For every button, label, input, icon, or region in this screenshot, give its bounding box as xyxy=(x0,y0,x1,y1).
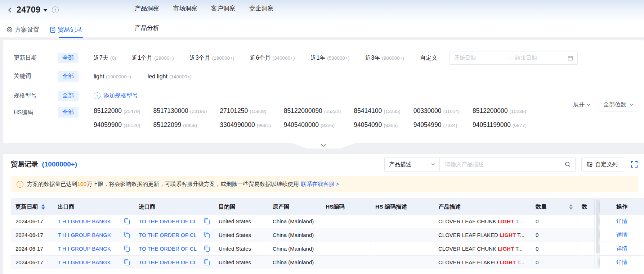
date-option[interactable]: 近1年(530000+) xyxy=(310,54,349,62)
desc-keyword-highlight: LIGHT xyxy=(500,232,516,238)
date-option[interactable]: 近6个月(340000+) xyxy=(250,54,295,62)
copy-icon[interactable] xyxy=(204,218,210,224)
desc-text: T... xyxy=(516,232,524,238)
start-date-placeholder: 开始日期 xyxy=(454,55,476,61)
col-header-product-desc: 产品描述 xyxy=(434,199,531,215)
hs-code-option[interactable]: 8512200000(10238) xyxy=(473,107,527,115)
desc-text: T... xyxy=(516,259,524,265)
date-option-custom[interactable]: 自定义 xyxy=(420,54,437,62)
subnav-product-analysis[interactable]: 产品分析 xyxy=(135,24,159,32)
section-header: 贸易记录 (1000000+) 产品描述 xyxy=(11,154,638,175)
importer-link[interactable]: TO THE ORDER OF CL xyxy=(139,246,197,252)
copy-icon[interactable] xyxy=(124,259,130,265)
keyword-all-chip[interactable]: 全部 xyxy=(58,71,79,82)
importer-link[interactable]: TO THE ORDER OF CL xyxy=(139,232,197,238)
sort-icon[interactable] xyxy=(41,204,45,210)
hs-all-chip[interactable]: 全部 xyxy=(58,107,79,118)
copy-icon[interactable] xyxy=(204,232,210,238)
date-option[interactable]: 近3个月(190000+) xyxy=(190,54,234,62)
hs-code-option[interactable]: 8517130000(23196) xyxy=(153,107,207,115)
digits-label: 全部位数 xyxy=(603,101,626,109)
col-header-qty-unit: 数 xyxy=(577,199,595,215)
collapse-chevron-icon xyxy=(321,143,326,147)
cell-exporter: T H I GROUP BANGK xyxy=(53,242,134,255)
exporter-link[interactable]: T H I GROUP BANGK xyxy=(58,218,111,224)
hs-code-option[interactable]: 85414100(13235) xyxy=(354,107,400,115)
nav-market-insight[interactable]: 市场洞察 xyxy=(173,4,197,13)
add-spec-button[interactable]: + 添加规格型号 xyxy=(94,92,138,100)
keyword-option[interactable]: led light(140000+) xyxy=(148,73,192,80)
hs-code-option[interactable]: 94059900(10120) xyxy=(94,121,140,129)
expand-button[interactable]: 展开 xyxy=(573,101,591,109)
spec-all-chip[interactable]: 全部 xyxy=(58,91,79,101)
hs-code-option[interactable]: 94054990(7334) xyxy=(413,121,460,129)
date-all-chip[interactable]: 全部 xyxy=(58,53,79,63)
cell-importer: TO THE ORDER OF CL xyxy=(134,242,214,255)
date-option[interactable]: 近1个月(29000+) xyxy=(132,54,174,62)
hs-code-option[interactable]: 85122000(25479) xyxy=(94,107,140,115)
vertical-scrollbar[interactable] xyxy=(596,200,599,254)
search-box xyxy=(440,161,575,168)
tab-label: 方案设置 xyxy=(15,26,39,34)
hs-code-option[interactable]: 85122000090(15222) xyxy=(284,107,341,115)
cell-importer: TO THE ORDER OF CL xyxy=(134,228,214,242)
cell-destination: United States xyxy=(214,215,268,228)
nav-customer-insight[interactable]: 客户洞察 xyxy=(211,4,236,13)
date-option[interactable]: 近3年(980000+) xyxy=(365,54,404,62)
cell-quantity: 0 xyxy=(531,215,577,228)
copy-icon[interactable] xyxy=(204,246,210,252)
hs-code-option[interactable]: 94054090(8306) xyxy=(354,121,400,129)
contact-support-link[interactable]: 联系在线客服 > xyxy=(301,181,339,187)
fullscreen-icon[interactable] xyxy=(630,160,638,168)
nav-divider xyxy=(135,19,644,19)
copy-icon[interactable] xyxy=(124,218,130,224)
desc-keyword-highlight: LIGHT xyxy=(498,218,514,224)
copy-icon[interactable] xyxy=(124,246,130,252)
hs-code-option[interactable]: 94051199000(6877) xyxy=(473,121,527,129)
hs-code-option[interactable]: 3304990000(9681) xyxy=(220,121,270,129)
detail-link[interactable]: 详情 xyxy=(617,259,627,266)
keyword-option[interactable]: light(1000000+) xyxy=(94,73,131,80)
importer-link[interactable]: TO THE ORDER OF CL xyxy=(139,259,197,265)
hs-code-option[interactable]: 27101250(15808) xyxy=(220,107,270,115)
date-range-input[interactable]: 开始日期 → 结束日期 xyxy=(450,51,578,65)
date-option[interactable]: 近7天(0) xyxy=(94,54,116,62)
info-icon[interactable]: ! xyxy=(52,6,59,13)
nav-competitor-insight[interactable]: 竞企洞察 xyxy=(249,4,274,13)
exporter-link[interactable]: T H I GROUP BANGK xyxy=(58,246,111,252)
copy-icon[interactable] xyxy=(124,232,130,238)
detail-link[interactable]: 详情 xyxy=(617,218,627,225)
importer-link[interactable]: TO THE ORDER OF CL xyxy=(139,218,197,224)
nav-product-insight[interactable]: 产品洞察 xyxy=(135,4,159,13)
detail-link[interactable]: 详情 xyxy=(617,232,627,238)
collapse-panel-toggle[interactable] xyxy=(292,143,355,149)
col-label: 出口商 xyxy=(58,203,75,211)
hs-code-option[interactable]: 00330000(11014) xyxy=(413,107,460,115)
hs-digits-select[interactable]: 全部位数 xyxy=(599,98,638,111)
table-row: 2024-06-17 T H I GROUP BANGK TO THE ORDE… xyxy=(11,242,644,256)
filter-label: HS编码 xyxy=(14,109,58,117)
search-group: 产品描述 xyxy=(384,157,576,172)
exporter-link[interactable]: T H I GROUP BANGK xyxy=(58,232,111,238)
customize-columns-button[interactable]: 自定义列 xyxy=(581,157,623,172)
search-category-select[interactable]: 产品描述 xyxy=(385,157,440,171)
col-header-update-date[interactable]: 更新日期 xyxy=(11,199,53,215)
trade-records-section: 贸易记录 (1000000+) 产品描述 xyxy=(3,154,644,274)
sort-icon[interactable] xyxy=(569,204,573,210)
hs-code-option[interactable]: 85122099(9959) xyxy=(153,121,207,129)
detail-link[interactable]: 详情 xyxy=(617,245,627,252)
back-icon[interactable] xyxy=(6,6,14,14)
col-header-quantity[interactable]: 数量 xyxy=(531,199,577,215)
search-icon[interactable] xyxy=(564,161,571,168)
hs-code-option[interactable]: 9405400000(8326) xyxy=(284,121,341,129)
copy-icon[interactable] xyxy=(204,259,210,265)
search-input[interactable] xyxy=(444,161,562,168)
exporter-link[interactable]: T H I GROUP BANGK xyxy=(58,259,111,265)
caret-down-icon[interactable] xyxy=(43,9,48,12)
cell-hs-code xyxy=(321,228,371,242)
desc-text: CLOVER LEAF CHUNK xyxy=(438,246,498,252)
tab-trade-records[interactable]: 贸易记录 xyxy=(50,26,82,34)
chevron-down-icon xyxy=(586,103,591,106)
settings-icon xyxy=(6,27,13,33)
tab-plan-settings[interactable]: 方案设置 xyxy=(6,26,39,34)
